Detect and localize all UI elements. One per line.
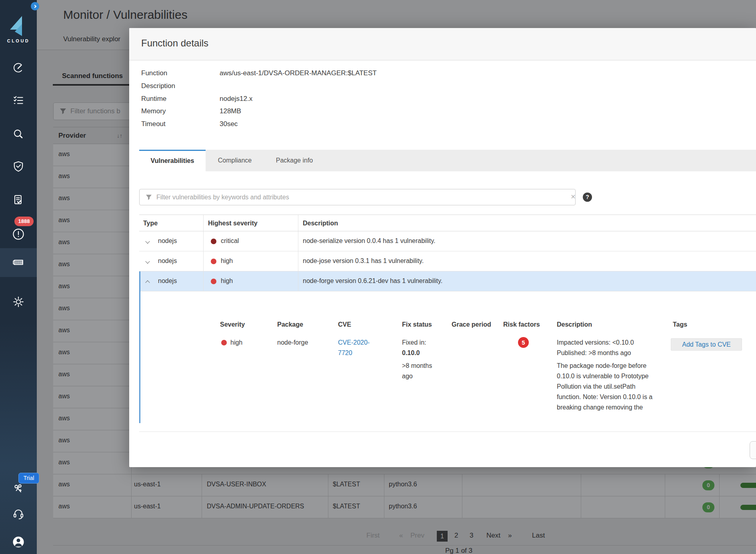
col-type: Type [143,220,158,227]
detail-impacted-versions: Impacted versions: <0.10.0 [557,337,662,348]
detail-col-package: Package [277,321,303,328]
tab-vulnerabilities[interactable]: Vulnerabilities [139,150,206,171]
chevron-right-icon [33,4,36,8]
main-content: Monitor / Vulnerabilities Vulnerability … [37,0,756,554]
detail-label: Function [141,69,167,77]
modal-tabbar: Vulnerabilities Compliance Package info [139,150,756,171]
sidebar-item-reports[interactable] [0,188,37,213]
document-check-icon [12,194,25,207]
sidebar-item-containers[interactable] [0,248,37,277]
detail-published: Published: >8 months ago [557,348,662,358]
detail-value: 30sec [220,120,238,128]
logo-mark-icon [9,14,28,37]
chevron-down-icon[interactable] [145,239,150,243]
detail-col-severity: Severity [220,321,245,328]
vuln-table-header: Type Highest severity Description [139,215,756,231]
detail-label: Timeout [141,120,166,128]
detail-col-risk-factors: Risk factors [503,321,540,328]
detail-fix-age: >8 months ago [402,361,440,381]
tab-compliance[interactable]: Compliance [206,150,264,171]
detail-value: aws/us-east-1/DVSA-ORDER-MANAGER:$LATEST [220,69,377,77]
detail-label: Memory [141,107,166,115]
modal-action-button-partial[interactable] [750,441,756,459]
clear-filter-icon[interactable]: × [571,192,576,201]
detail-col-grace-period: Grace period [452,321,491,328]
detail-col-cve: CVE [338,321,351,328]
alert-circle-icon [11,227,26,241]
app-screen: CLOUD [0,0,756,554]
sidebar-item-checklist[interactable] [0,88,37,113]
detail-severity: high [230,337,242,348]
detail-col-description: Description [557,321,592,328]
gear-icon [12,295,25,309]
modal-header [129,28,756,60]
detail-label: Runtime [141,95,166,103]
expanded-panel-divider [139,432,756,432]
detail-col-tags: Tags [673,321,687,328]
sidebar-item-compliance[interactable] [0,154,37,180]
detail-package: node-forge [277,337,308,348]
shield-check-icon [12,160,25,174]
funnel-icon [146,194,152,200]
sidebar-item-profile[interactable] [0,529,37,554]
alerts-count-badge: 1888 [14,217,34,226]
container-icon [11,255,26,270]
severity-dot-high [221,340,227,345]
cve-link[interactable]: CVE-2020-7720 [338,337,378,358]
sidebar-item-support[interactable] [0,502,37,528]
detail-value: nodejs12.x [220,95,252,103]
user-avatar-icon [12,535,25,549]
keys-icon [12,483,25,496]
vuln-row-expanded[interactable]: nodejs high node-forge version 0.6.21-de… [139,271,756,291]
vulnerabilities-table: Type Highest severity Description nodejs… [139,215,756,291]
col-description: Description [303,220,338,227]
col-severity: Highest severity [208,220,258,227]
vuln-row[interactable]: nodejs critical node-serialize version 0… [139,231,756,251]
sidebar-item-dashboard[interactable] [0,55,37,81]
detail-fix-label: Fixed in: [402,337,426,348]
brand-logo [9,14,28,38]
chevron-down-icon[interactable] [145,259,150,263]
headset-icon [12,508,25,522]
detail-value: 128MB [220,107,241,115]
severity-dot-critical [211,239,216,244]
sidebar-item-search[interactable] [0,121,37,147]
expanded-row-indicator [139,271,140,423]
modal-title: Function details [141,38,208,49]
detail-label: Description [141,82,175,90]
add-tags-to-cve-button[interactable]: Add Tags to CVE [671,338,742,351]
vuln-row[interactable]: nodejs high node-jose version 0.3.1 has … [139,251,756,271]
detail-fix-version: 0.10.0 [402,348,420,358]
chevron-up-icon[interactable] [145,280,150,285]
severity-dot-high [211,259,216,264]
trial-badge: Trial [18,473,39,484]
risk-factors-badge[interactable]: 5 [518,337,529,348]
help-icon[interactable]: ? [583,193,592,202]
sidebar: CLOUD [0,0,37,554]
speedometer-icon [12,62,25,74]
severity-dot-high [211,279,216,284]
detail-description-text: The package node-forge before 0.10.0 is … [557,361,660,413]
sidebar-expand-button[interactable] [31,2,39,10]
detail-col-fix-status: Fix status [402,321,432,328]
sidebar-item-settings[interactable] [0,289,37,315]
function-details-modal: Function details Function aws/us-east-1/… [129,28,756,467]
tab-package-info[interactable]: Package info [264,150,325,171]
search-icon [12,128,25,141]
vulnerabilities-filter: × [139,189,576,205]
logo-text: CLOUD [0,38,37,43]
vulnerabilities-filter-input[interactable] [156,189,483,205]
checklist-icon [12,94,25,107]
